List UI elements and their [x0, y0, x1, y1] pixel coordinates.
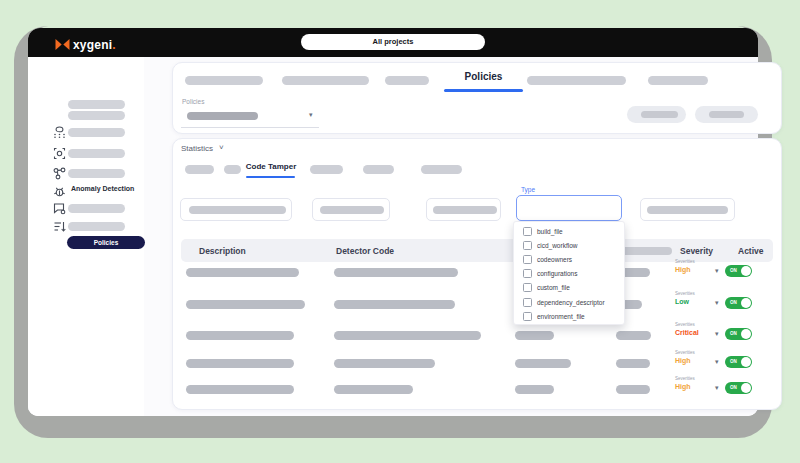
sidebar-item-anomaly-detection[interactable]: Anomaly Detection	[71, 185, 134, 192]
cell-placeholder	[616, 385, 650, 394]
sidebar-item-placeholder[interactable]	[68, 128, 125, 137]
active-toggle[interactable]: ON	[725, 265, 752, 277]
sidebar-item-placeholder[interactable]	[68, 169, 125, 178]
detector-code-placeholder	[334, 359, 435, 368]
tab-placeholder[interactable]	[527, 76, 626, 85]
tab-placeholder[interactable]	[282, 76, 369, 85]
target-scan-icon	[53, 147, 66, 160]
tab-placeholder[interactable]	[185, 76, 263, 85]
tab-code-tamper[interactable]: Code Tamper	[245, 162, 297, 171]
chevron-down-icon[interactable]: ▾	[715, 299, 719, 307]
toggle-knob	[741, 298, 751, 308]
xygeni-logo: xygeni.	[55, 35, 116, 53]
sidebar-item-placeholder[interactable]	[68, 111, 125, 120]
share-nodes-icon	[53, 167, 66, 180]
sidebar: Anomaly Detection Policies	[28, 57, 144, 416]
action-button-placeholder[interactable]	[627, 106, 686, 123]
dropdown-option[interactable]: environment_file	[514, 309, 624, 323]
dropdown-option[interactable]: build_file	[514, 224, 624, 238]
active-toggle[interactable]: ON	[725, 297, 752, 309]
checkbox[interactable]	[523, 269, 532, 278]
severity-value: Low	[675, 298, 689, 305]
tab-placeholder[interactable]	[421, 165, 462, 174]
dropdown-option[interactable]: codeowners	[514, 252, 624, 266]
sidebar-item-policies[interactable]: Policies	[67, 236, 145, 249]
severity-select[interactable]: Severities High ▾	[675, 376, 723, 400]
sidebar-item-placeholder[interactable]	[68, 100, 125, 109]
filter-input[interactable]	[180, 198, 292, 221]
chevron-down-icon[interactable]: ▾	[309, 111, 313, 119]
description-placeholder	[186, 300, 305, 309]
description-placeholder	[186, 331, 294, 340]
tab-policies[interactable]: Policies	[444, 71, 523, 82]
filter-input[interactable]	[426, 198, 501, 221]
chevron-down-icon[interactable]: ˅	[219, 143, 224, 152]
statistics-title: Statistics	[181, 144, 213, 153]
toggle-knob	[741, 266, 751, 276]
type-filter-label: Type	[519, 186, 537, 193]
chevron-down-icon[interactable]: ▾	[715, 384, 719, 392]
anomaly-bug-icon	[53, 185, 66, 198]
cell-placeholder	[515, 385, 554, 394]
cell-placeholder	[616, 331, 651, 340]
type-filter-dropdown: build_file cicd_workflow codeowners conf…	[513, 221, 625, 325]
dropdown-option[interactable]: configurations	[514, 267, 624, 281]
chevron-down-icon[interactable]: ▾	[715, 267, 719, 275]
policies-header-card: Policies Policies ▾	[172, 62, 782, 134]
action-button-placeholder[interactable]	[695, 106, 758, 123]
app-titlebar: xygeni. All projects	[28, 28, 758, 57]
tab-placeholder[interactable]	[185, 165, 214, 174]
severity-select[interactable]: Severities Critical ▾	[675, 322, 723, 346]
chevron-down-icon[interactable]: ▾	[715, 330, 719, 338]
dropdown-option[interactable]: cicd_workflow	[514, 238, 624, 252]
project-selector[interactable]: All projects	[301, 34, 485, 50]
active-toggle[interactable]: ON	[725, 356, 752, 368]
sidebar-item-placeholder[interactable]	[68, 222, 125, 231]
checkbox[interactable]	[523, 312, 532, 321]
filter-input[interactable]	[312, 198, 390, 221]
logo-dot: .	[112, 38, 115, 52]
severity-value: Critical	[675, 329, 699, 336]
description-placeholder	[186, 359, 294, 368]
chat-settings-icon	[53, 202, 66, 215]
dropdown-option[interactable]: custom_file	[514, 281, 624, 295]
active-toggle[interactable]: ON	[725, 382, 752, 394]
page-background: xygeni. All projects	[0, 0, 800, 463]
table-row: Severities High ▾ ON	[173, 372, 783, 404]
sidebar-item-placeholder[interactable]	[68, 149, 125, 158]
policies-select-label: Policies	[182, 98, 204, 105]
dropdown-option[interactable]: dependency_descriptor	[514, 295, 624, 309]
xygeni-logo-icon	[55, 38, 70, 51]
tab-placeholder[interactable]	[224, 165, 241, 174]
active-toggle[interactable]: ON	[725, 328, 752, 340]
checkbox[interactable]	[523, 241, 532, 250]
sidebar-item-placeholder[interactable]	[68, 204, 125, 213]
logo-text: xygeni	[73, 38, 112, 52]
checkbox[interactable]	[523, 298, 532, 307]
tab-placeholder[interactable]	[363, 165, 394, 174]
sort-filter-icon	[53, 220, 66, 233]
tab-placeholder[interactable]	[310, 165, 343, 174]
cell-placeholder	[515, 331, 554, 340]
detector-code-placeholder	[334, 331, 481, 340]
detector-code-placeholder	[334, 268, 458, 277]
toggle-knob	[741, 383, 751, 393]
tab-placeholder[interactable]	[648, 76, 708, 85]
scanner-icon	[53, 126, 66, 139]
main-content: Policies Policies ▾ Statistics ˅	[144, 57, 758, 416]
type-filter-input[interactable]	[516, 195, 622, 221]
severity-value: High	[675, 266, 691, 273]
severity-select[interactable]: Severities High ▾	[675, 350, 723, 374]
severity-select[interactable]: Severities Low ▾	[675, 291, 723, 315]
active-tab-underline	[444, 89, 523, 92]
checkbox[interactable]	[523, 283, 532, 292]
filter-input[interactable]	[640, 198, 735, 221]
app-window: xygeni. All projects	[28, 28, 758, 416]
table-row: Severities High ▾ ON	[173, 255, 783, 287]
checkbox[interactable]	[523, 227, 532, 236]
policies-select-value-placeholder[interactable]	[187, 112, 258, 120]
tab-placeholder[interactable]	[385, 76, 429, 85]
chevron-down-icon[interactable]: ▾	[715, 358, 719, 366]
severity-select[interactable]: Severities High ▾	[675, 259, 723, 283]
checkbox[interactable]	[523, 255, 532, 264]
